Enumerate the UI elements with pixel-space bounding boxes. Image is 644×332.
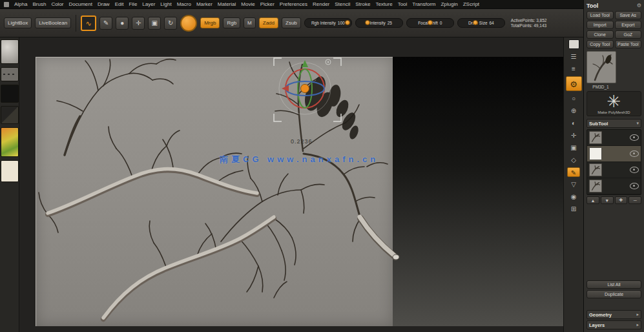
menu-item[interactable]: Tool bbox=[398, 1, 408, 7]
menu-item[interactable]: Marker bbox=[196, 1, 213, 7]
menu-item[interactable]: Edit bbox=[115, 1, 124, 7]
menu-item[interactable]: Material bbox=[218, 1, 236, 7]
document-canvas[interactable] bbox=[36, 57, 563, 326]
shelf-slider[interactable]: Focal Shift0 bbox=[406, 18, 454, 28]
sculpt-mode-button[interactable]: Zadd bbox=[259, 17, 278, 28]
subtool-append-button[interactable]: ✚ bbox=[615, 196, 628, 204]
move-mode-button[interactable]: ✛ bbox=[132, 17, 145, 30]
scroll-document-icon[interactable]: ☰ bbox=[567, 52, 580, 61]
menu-item[interactable]: Stencil bbox=[335, 1, 350, 7]
polyframe-icon[interactable]: ✎ bbox=[567, 167, 580, 177]
tool-panel-button[interactable]: Export bbox=[615, 21, 642, 29]
local-symmetry-icon[interactable]: ◐ bbox=[567, 118, 580, 128]
render-settings-icon[interactable]: ⚙ bbox=[566, 76, 582, 91]
slider-handle[interactable] bbox=[473, 20, 478, 25]
menu-item[interactable]: Render bbox=[313, 1, 329, 7]
persp-icon[interactable]: ○ bbox=[567, 94, 580, 103]
menu-item[interactable]: Transform bbox=[412, 1, 435, 7]
stroke-thumbnail[interactable] bbox=[1, 67, 19, 81]
tool-panel-button[interactable]: Paste Tool bbox=[615, 40, 642, 48]
chevron-right-icon: ▸ bbox=[636, 312, 639, 317]
subtool-delete-button[interactable]: ─ bbox=[628, 196, 641, 204]
transform-gizmo[interactable] bbox=[274, 58, 341, 121]
menu-item[interactable]: Document bbox=[69, 1, 92, 7]
texture-thumbnail[interactable] bbox=[1, 106, 19, 124]
menu-item[interactable]: Macro bbox=[177, 1, 191, 7]
visibility-eye-icon[interactable] bbox=[630, 134, 639, 141]
visibility-eye-icon[interactable] bbox=[630, 150, 639, 157]
paint-mode-button[interactable]: Mrgb bbox=[200, 17, 220, 28]
tool-panel-wide-button[interactable]: Duplicate bbox=[587, 290, 641, 298]
current-tool-thumbnail[interactable] bbox=[587, 51, 616, 83]
subtool-item[interactable] bbox=[587, 130, 641, 146]
edit-mode-button[interactable]: ✎ bbox=[99, 17, 112, 30]
lightbox-button[interactable]: LightBox bbox=[4, 17, 32, 28]
menu-item[interactable]: Alpha bbox=[14, 1, 27, 7]
zoom-document-icon[interactable]: ≡ bbox=[567, 64, 580, 74]
subtool-item[interactable] bbox=[587, 146, 641, 162]
menu-item[interactable]: File bbox=[129, 1, 137, 7]
scroll-icon[interactable]: ▽ bbox=[567, 180, 580, 189]
paint-mode-button[interactable]: M bbox=[244, 17, 256, 28]
floor-icon[interactable]: ⊕ bbox=[567, 106, 580, 116]
subtool-down-button[interactable]: ▼ bbox=[601, 196, 614, 204]
subtool-item[interactable] bbox=[587, 162, 641, 178]
tool-panel-button[interactable]: Save As bbox=[615, 11, 642, 19]
tool-panel-button[interactable]: GoZ bbox=[615, 30, 642, 39]
gizmo-center-handle[interactable] bbox=[301, 85, 309, 93]
document-thumbnail[interactable] bbox=[568, 39, 579, 49]
shelf-slider[interactable]: Draw Size64 bbox=[457, 18, 505, 28]
slider-handle[interactable] bbox=[365, 20, 370, 25]
frame-icon[interactable]: ◇ bbox=[567, 155, 580, 165]
color-swatch[interactable] bbox=[1, 160, 19, 182]
solo-icon[interactable]: ▣ bbox=[567, 143, 580, 152]
alpha-thumbnail[interactable] bbox=[1, 85, 19, 103]
collapsed-section-header[interactable]: Layers ▸ bbox=[587, 320, 641, 329]
material-thumbnail[interactable] bbox=[1, 127, 19, 157]
paint-mode-button[interactable]: Rgb bbox=[223, 17, 240, 28]
tool-panel-button[interactable]: Import bbox=[587, 21, 614, 29]
tool-panel-button[interactable]: Copy Tool bbox=[587, 40, 614, 48]
menu-item[interactable]: Light bbox=[160, 1, 171, 7]
menu-item[interactable]: Movie bbox=[241, 1, 254, 7]
menu-item[interactable]: Preferences bbox=[280, 1, 307, 7]
menu-item[interactable]: Brush bbox=[32, 1, 46, 7]
shelf-slider[interactable]: Rgb Intensity100 bbox=[304, 18, 352, 28]
shelf-slider[interactable]: Z Intensity25 bbox=[355, 18, 403, 28]
visibility-eye-icon[interactable] bbox=[630, 183, 639, 189]
slider-handle[interactable] bbox=[428, 20, 433, 25]
tool-panel-button[interactable]: Clone bbox=[587, 30, 614, 39]
draw-pointer-button[interactable] bbox=[180, 15, 197, 32]
menu-item[interactable]: Picker bbox=[260, 1, 275, 7]
scale-mode-button[interactable]: ▣ bbox=[148, 17, 161, 30]
subtool-up-button[interactable]: ▲ bbox=[587, 196, 599, 204]
zoom-icon[interactable]: ◉ bbox=[567, 192, 580, 202]
current-brush-thumbnail[interactable] bbox=[1, 39, 19, 64]
menu-item[interactable]: Layer bbox=[142, 1, 155, 7]
sculptris-pro-button[interactable]: ∿ bbox=[81, 16, 96, 31]
slider-handle[interactable] bbox=[345, 20, 350, 25]
menu-item[interactable]: Texture bbox=[375, 1, 392, 7]
collapsed-section-header[interactable]: Geometry ▸ bbox=[587, 310, 641, 319]
sculpt-mode-button[interactable]: Zsub bbox=[282, 17, 301, 28]
actual-size-icon[interactable]: ⊞ bbox=[567, 204, 580, 214]
subtool-section-header[interactable]: SubTool ▾ bbox=[587, 119, 641, 128]
draw-mode-button[interactable]: ● bbox=[116, 17, 129, 30]
rotate-mode-button[interactable]: ↻ bbox=[164, 17, 177, 30]
liveboolean-button[interactable]: LiveBoolean bbox=[35, 17, 71, 28]
menu-item[interactable]: ZScript bbox=[463, 1, 479, 7]
menu-item[interactable]: Draw bbox=[98, 1, 110, 7]
make-polymesh3d-button[interactable]: ✳ Make PolyMesh3D bbox=[587, 91, 641, 116]
y-axis-arrow[interactable] bbox=[302, 60, 308, 67]
icon-glyph: ⊞ bbox=[571, 205, 576, 213]
menu-item[interactable]: Color bbox=[51, 1, 63, 7]
tool-panel-wide-button[interactable]: List All bbox=[587, 280, 641, 289]
visibility-eye-icon[interactable] bbox=[630, 167, 639, 173]
menu-item[interactable]: Zplugin bbox=[441, 1, 457, 7]
subtool-item[interactable] bbox=[587, 178, 641, 194]
tool-panel-button[interactable]: Load Tool bbox=[587, 11, 614, 19]
menu-item[interactable]: Stroke bbox=[355, 1, 370, 7]
branch-trunks bbox=[48, 169, 395, 319]
panel-gear-icon[interactable]: ⚙ bbox=[637, 3, 641, 8]
transp-icon[interactable]: ✛ bbox=[567, 130, 580, 140]
